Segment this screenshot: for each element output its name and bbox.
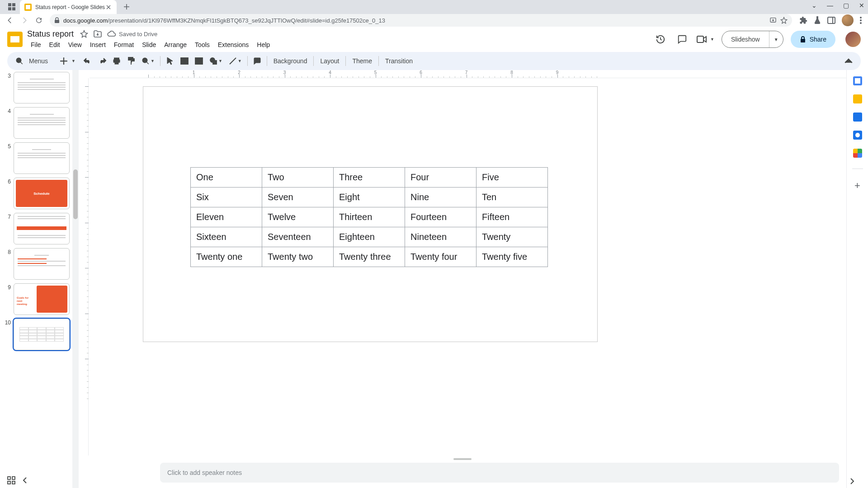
- extensions-icon[interactable]: [799, 16, 807, 24]
- speaker-notes[interactable]: Click to add speaker notes: [160, 463, 839, 483]
- minimize-button[interactable]: —: [827, 2, 833, 9]
- paint-format-button[interactable]: [124, 54, 138, 68]
- profile-avatar[interactable]: [842, 14, 854, 26]
- slide-thumbnail[interactable]: [14, 213, 70, 244]
- comment-button[interactable]: [250, 54, 264, 68]
- slide-table[interactable]: One Two Three Four Five Six Seven Eight …: [190, 167, 548, 267]
- table-cell[interactable]: Eight: [334, 188, 405, 207]
- thumbnail-scrollbar[interactable]: [72, 70, 79, 488]
- table-cell[interactable]: Fifteen: [476, 207, 548, 227]
- menu-insert[interactable]: Insert: [86, 40, 109, 50]
- horizontal-ruler[interactable]: 123456789: [90, 70, 846, 78]
- line-tool[interactable]: ▼: [226, 54, 245, 68]
- history-icon[interactable]: [653, 32, 668, 47]
- textbox-tool[interactable]: [178, 54, 191, 68]
- table-cell[interactable]: Two: [262, 168, 334, 188]
- new-slide-button[interactable]: [57, 54, 71, 68]
- menu-file[interactable]: File: [27, 40, 45, 50]
- account-avatar[interactable]: [845, 32, 861, 47]
- chrome-menu-icon[interactable]: [860, 17, 862, 24]
- notes-resize-handle[interactable]: [453, 458, 472, 460]
- bookmark-star-icon[interactable]: [780, 17, 788, 24]
- table-cell[interactable]: Twenty four: [405, 247, 476, 267]
- table-cell[interactable]: Fourteen: [405, 207, 476, 227]
- menu-format[interactable]: Format: [110, 40, 137, 50]
- chevron-down-icon[interactable]: ⌄: [811, 2, 817, 9]
- table-cell[interactable]: Twenty one: [191, 247, 262, 267]
- table-cell[interactable]: Twenty: [476, 227, 548, 247]
- table-cell[interactable]: Seven: [262, 188, 334, 207]
- table-cell[interactable]: Twelve: [262, 207, 334, 227]
- close-window-button[interactable]: ✕: [859, 2, 864, 9]
- maps-icon[interactable]: [853, 149, 862, 158]
- table-cell[interactable]: Three: [334, 168, 405, 188]
- search-menus-icon[interactable]: [13, 54, 26, 68]
- address-bar[interactable]: docs.google.com/presentation/d/1Kl976Wff…: [50, 14, 792, 27]
- menus-button[interactable]: Menus: [27, 57, 48, 65]
- menu-view[interactable]: View: [65, 40, 85, 50]
- keep-icon[interactable]: [853, 94, 862, 103]
- tasks-icon[interactable]: [853, 113, 862, 122]
- get-addons-icon[interactable]: +: [854, 180, 860, 192]
- maximize-button[interactable]: ▢: [843, 2, 849, 9]
- new-tab-button[interactable]: [120, 0, 133, 13]
- slide-thumbnail[interactable]: [14, 107, 70, 139]
- undo-button[interactable]: [81, 54, 94, 68]
- star-icon[interactable]: [80, 30, 88, 38]
- vertical-ruler[interactable]: [79, 78, 89, 455]
- slide-thumbnail[interactable]: Schedule: [14, 178, 70, 209]
- table-cell[interactable]: Five: [476, 168, 548, 188]
- back-button[interactable]: [4, 14, 16, 27]
- table-cell[interactable]: One: [191, 168, 262, 188]
- slide-thumbnail[interactable]: [14, 72, 70, 103]
- slide-thumbnail[interactable]: Goals for next meeting: [14, 283, 70, 315]
- collapse-toolbar-button[interactable]: [842, 54, 855, 68]
- table-cell[interactable]: Eighteen: [334, 227, 405, 247]
- meet-button[interactable]: ▼: [697, 36, 714, 43]
- image-tool[interactable]: [192, 54, 206, 68]
- table-cell[interactable]: Nineteen: [405, 227, 476, 247]
- table-cell[interactable]: Sixteen: [191, 227, 262, 247]
- comments-icon[interactable]: [675, 32, 689, 47]
- calendar-icon[interactable]: [853, 76, 862, 85]
- tab-search-button[interactable]: [5, 0, 18, 13]
- move-to-folder-icon[interactable]: [94, 30, 102, 38]
- forward-button[interactable]: [18, 14, 31, 27]
- table-cell[interactable]: Ten: [476, 188, 548, 207]
- print-button[interactable]: [110, 54, 123, 68]
- table-cell[interactable]: Eleven: [191, 207, 262, 227]
- slide-thumbnail-current[interactable]: [14, 319, 70, 350]
- menu-tools[interactable]: Tools: [191, 40, 213, 50]
- table-cell[interactable]: Twenty five: [476, 247, 548, 267]
- browser-tab[interactable]: Status report - Google Slides: [20, 0, 117, 14]
- contacts-icon[interactable]: [853, 131, 862, 140]
- reload-button[interactable]: [33, 14, 45, 27]
- table-cell[interactable]: Six: [191, 188, 262, 207]
- layout-button[interactable]: Layout: [316, 57, 343, 65]
- slide-canvas[interactable]: One Two Three Four Five Six Seven Eight …: [143, 86, 598, 342]
- redo-button[interactable]: [95, 54, 109, 68]
- menu-extensions[interactable]: Extensions: [214, 40, 252, 50]
- install-app-icon[interactable]: [769, 17, 777, 24]
- slide-thumbnail[interactable]: [14, 248, 70, 280]
- slides-logo[interactable]: [7, 32, 23, 47]
- document-title[interactable]: Status report: [27, 29, 74, 39]
- table-cell[interactable]: Thirteen: [334, 207, 405, 227]
- share-button[interactable]: Share: [791, 31, 835, 48]
- zoom-button[interactable]: ▼: [139, 54, 157, 68]
- table-cell[interactable]: Twenty two: [262, 247, 334, 267]
- background-button[interactable]: Background: [270, 57, 311, 65]
- slide-thumbnail[interactable]: [14, 142, 70, 174]
- transition-button[interactable]: Transition: [382, 57, 416, 65]
- slideshow-button[interactable]: Slideshow: [722, 31, 769, 47]
- select-tool[interactable]: [163, 54, 177, 68]
- table-cell[interactable]: Nine: [405, 188, 476, 207]
- side-panel-icon[interactable]: [827, 17, 835, 24]
- close-tab-button[interactable]: [105, 4, 112, 11]
- table-cell[interactable]: Four: [405, 168, 476, 188]
- menu-slide[interactable]: Slide: [138, 40, 160, 50]
- shape-tool[interactable]: ▼: [207, 54, 225, 68]
- menu-help[interactable]: Help: [253, 40, 274, 50]
- theme-button[interactable]: Theme: [349, 57, 376, 65]
- new-slide-options[interactable]: ▼: [71, 59, 75, 63]
